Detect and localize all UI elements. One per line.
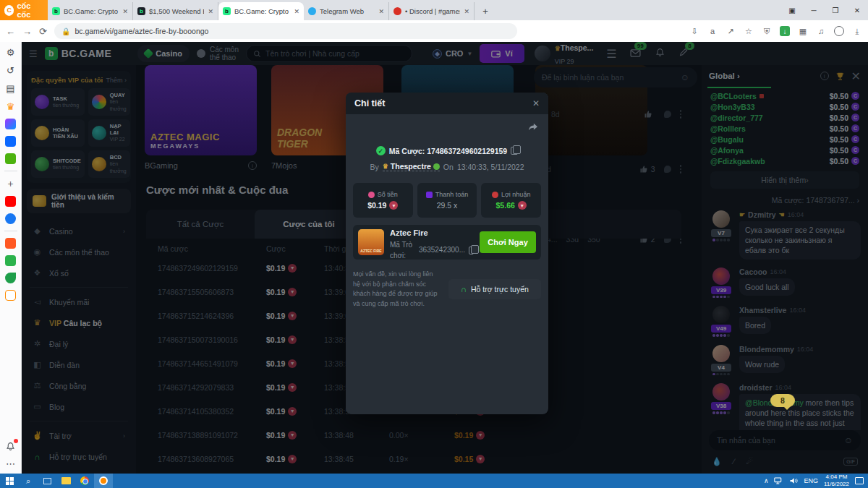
tab-close-icon[interactable]: ✕ [122,8,128,15]
profile-icon[interactable] [834,26,844,36]
new-tab-button[interactable]: + [477,3,493,19]
cart-icon[interactable] [5,290,16,301]
task-view-icon[interactable] [38,474,56,488]
sidebar-item-casino[interactable]: ◆ Casino › [27,221,131,241]
tile-bcd[interactable]: BCDtiền thưởng [88,150,130,178]
vip-more-link[interactable]: Thêm › [106,77,127,84]
sidebar-item-blog[interactable]: ▭ Blog [27,396,131,417]
sidebar-item-vip-club[interactable]: ♛ VIP Câu lạc bộ [27,312,131,333]
info-icon[interactable]: i [820,72,829,80]
bet-row[interactable]: 1748637138891091072 $0.19▼ 13:38:48 0.00… [146,423,681,447]
info-icon[interactable]: i [248,161,257,170]
bookmark-star-icon[interactable]: ☆ [744,26,754,36]
sidebar-item-sports[interactable]: ◉ Các môn thể thao [27,241,131,262]
provider-name[interactable]: BGaming [145,161,178,170]
extensions-puzzle-icon[interactable]: ▦ [798,26,808,36]
bet-author-link[interactable]: ♛Thespectre [383,162,440,171]
tip-username[interactable]: @Rolllers [710,124,746,133]
game-search-input[interactable]: Tên trò chơi | Nhà cung cấp [246,45,412,62]
tab-close-icon[interactable]: ✕ [294,8,299,15]
referral-banner[interactable]: Giới thiệu và kiếm tiền [27,189,131,213]
tab-all-bets[interactable]: Tất cả Cược [146,210,255,239]
tip-username[interactable]: @Fdizkgaakwb [710,157,765,166]
chat-message-input[interactable]: Tin nhắn của bạn ☺ [709,430,861,450]
close-chat-icon[interactable]: ✕ [851,69,861,83]
tab-close-icon[interactable]: ✕ [378,8,384,15]
chat-toggle-icon[interactable]: 8 [679,47,689,60]
tile-rakeback[interactable]: HOÀN TIỀN XẤU [31,119,85,147]
shield-icon[interactable]: ⛨ [762,26,772,36]
share-arrow-icon[interactable] [528,123,538,132]
notifications-bell-icon[interactable] [5,440,17,452]
comment-bubble-icon[interactable] [664,111,671,118]
history-icon[interactable]: ↺ [5,64,17,76]
youtube-icon[interactable] [5,196,16,207]
bet-row[interactable]: 174863713608927065 $0.19▼ 13:38:45 0.19×… [146,447,681,471]
avatar[interactable] [712,210,730,228]
provider-name[interactable]: 7Mojos [271,161,297,170]
tab-bcgame-1[interactable]: b BC.Game: Crypto Casino Gan ✕ [48,2,133,20]
comment-bubble-icon[interactable] [664,166,671,173]
notifications-bell-icon[interactable] [655,47,665,60]
speaker-icon[interactable] [789,477,798,484]
coccoc-taskbar-icon[interactable] [94,474,113,488]
tile-task-bonus[interactable]: TASKtiền thưởng [31,88,85,116]
like-button[interactable] [644,110,655,119]
hidden-icons-caret[interactable]: ∧ [764,477,769,484]
crown-icon[interactable]: ♛ [5,100,17,112]
gift-icon[interactable] [5,255,16,266]
avatar[interactable] [712,345,730,362]
copy-icon[interactable] [511,147,518,155]
currency-selector[interactable]: ◆ CRO ▼ [433,49,472,59]
sidebar-item-live-support[interactable]: ∩ Hỗ trợ trực tuyến [27,446,131,467]
mail-icon[interactable]: 99 [630,47,641,60]
facebook-icon[interactable] [5,213,16,224]
hamburger-menu-icon[interactable]: ☰ [29,48,38,59]
url-field[interactable]: 🔒 bc.game/vi/game/aztec-fire-by-booongo [54,23,517,39]
nav-casino-tab[interactable]: Casino [137,45,190,62]
tab-discord[interactable]: • Discord | #games | BC G ✕ [389,2,475,20]
translate-icon[interactable]: a [707,26,718,36]
settings-gear-icon[interactable]: ⚙ [5,46,17,58]
messenger-icon[interactable] [5,119,16,129]
tip-username[interactable]: @Bugalu [710,135,744,144]
copy-icon[interactable] [469,247,474,254]
tip-username[interactable]: @Hon3yB33 [710,103,755,111]
chat-username[interactable]: Blondemommy [739,345,794,354]
tile-recharge[interactable]: NẠP LẠIVIP 22 [88,119,130,147]
leaf-icon[interactable] [5,273,16,283]
sidebar-item-forum[interactable]: ◧ Diễn đàn [27,354,131,375]
tile-spin-bonus[interactable]: QUAYtiền thưởng [88,88,130,116]
close-modal-icon[interactable]: ✕ [532,98,540,108]
slash-command-icon[interactable]: ∕ [733,457,735,466]
bet-id-link[interactable]: Mã cược: 1748736797... › [710,196,859,205]
tip-username[interactable]: @Afonya [710,146,744,155]
live-support-button[interactable]: ∩ Hỗ trợ trực tuyến [448,279,541,299]
game-card-aztec-magic[interactable]: AZTEC MAGIC MEGAWAYS [145,65,257,155]
tab-booongo-promo[interactable]: b $1,500 Weekend Booongo M ✕ [133,2,218,20]
chrome-icon[interactable] [75,474,94,488]
more-options-icon[interactable]: ⋯ [5,458,17,469]
comment-input[interactable]: Để lại bình luận của bạn ☺ [534,67,697,87]
like-button[interactable]: 3 [639,165,655,174]
avatar[interactable] [712,267,730,285]
tab-telegram[interactable]: Telegram Web ✕ [304,2,389,20]
sidebar-item-promotions[interactable]: ◅ Khuyến mãi [27,291,131,312]
nav-sports-tab[interactable]: Các mônthể thao [197,46,239,62]
gif-icon[interactable]: GIF [843,458,858,466]
avatar[interactable] [712,306,730,323]
play-now-button[interactable]: Chơi Ngay [480,231,536,253]
minimize-button[interactable]: ─ [803,7,825,14]
coccoc-brand[interactable]: C cốc cốc [0,0,48,20]
bet-list-icon[interactable]: ☰ [606,47,616,61]
forward-button[interactable]: → [22,26,32,37]
sidebar-item-fairness[interactable]: ⚖ Công bằng [27,375,131,396]
back-button[interactable]: ← [6,26,15,37]
rain-drop-icon[interactable]: 💧 [712,457,722,466]
tile-shitcode[interactable]: SHITCODEtiền thưởng [31,150,85,178]
save-page-icon[interactable]: ⇩ [689,26,699,36]
emoji-icon[interactable]: ☺ [681,72,689,82]
tab-search-icon[interactable]: ▣ [781,7,803,14]
add-shortcut-icon[interactable]: ＋ [5,178,17,189]
chat-username[interactable]: Cacooo [739,267,767,276]
